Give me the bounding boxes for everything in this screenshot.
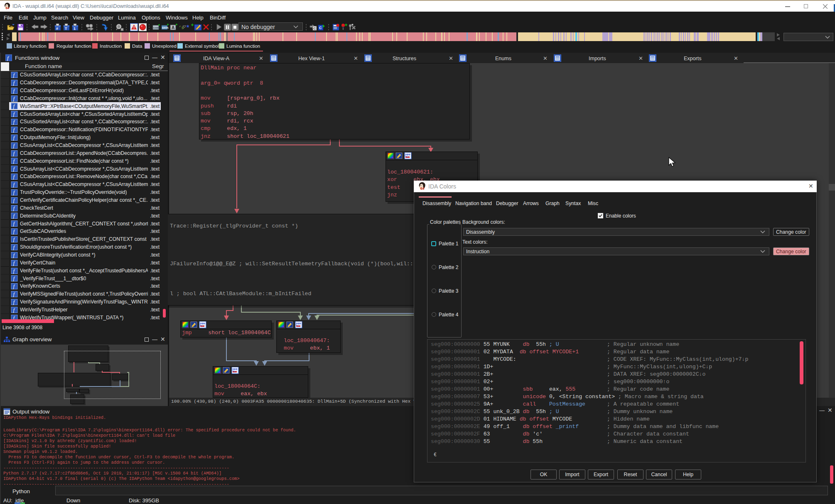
svg-text:DATA: DATA — [162, 27, 169, 29]
svg-text:*: * — [187, 24, 189, 31]
svg-text:C: C — [314, 27, 316, 30]
svg-text:#: # — [56, 27, 58, 31]
svg-text:64: 64 — [420, 186, 425, 191]
svg-text:CODE: CODE — [153, 27, 160, 29]
svg-text:T: T — [65, 27, 67, 31]
svg-text:A: A — [172, 25, 174, 30]
svg-text:1: 1 — [74, 27, 76, 31]
svg-text:64: 64 — [6, 6, 10, 10]
svg-text:C: C — [319, 26, 322, 30]
